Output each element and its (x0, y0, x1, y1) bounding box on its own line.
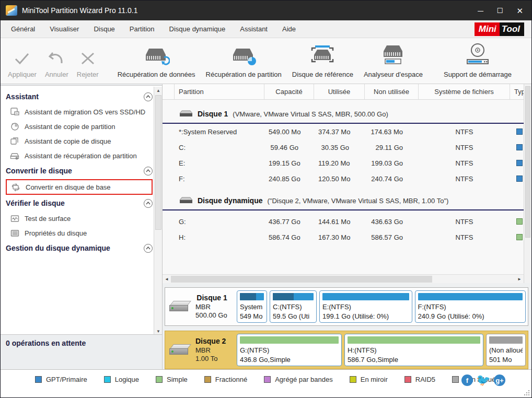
section-wizard[interactable]: Assistant (6, 89, 153, 104)
sidebar-item-copy-disk[interactable]: Assistant de copie de disque (6, 134, 153, 148)
maximize-button[interactable]: ☐ (497, 7, 503, 14)
disk-3d-icon (169, 343, 191, 357)
data-recovery-button[interactable]: Récupération de données (112, 38, 201, 84)
col-partition[interactable]: Partition (175, 84, 264, 99)
twitter-icon[interactable]: 🐦 (478, 374, 489, 386)
x-icon (79, 43, 96, 66)
table-row[interactable]: F: 240.85 Go 120.50 Mo 240.74 Go NTFS Pr (163, 171, 524, 186)
disk-benchmark-button[interactable]: Disque de référence (287, 38, 358, 84)
chevron-up-icon[interactable] (144, 92, 153, 101)
legend-mirrored: En miroir (350, 376, 388, 383)
scroll-left-icon[interactable]: ◄ (163, 277, 171, 282)
type-color-swatch (516, 128, 523, 135)
partition-block-e[interactable]: E:(NTFS) 199.1 Go (Utilisé: 0%) (319, 290, 412, 323)
cd-media-icon (463, 43, 492, 66)
convert-disk-icon (11, 182, 20, 192)
col-used[interactable]: Utilisée (314, 84, 365, 99)
legend-simple: Simple (156, 376, 188, 383)
manual-button[interactable]: ? Manuel (529, 38, 532, 84)
bootable-media-button[interactable]: Support de démarrage (438, 38, 517, 84)
resize-grip[interactable] (524, 390, 530, 396)
menu-help[interactable]: Aide (275, 22, 303, 36)
space-analyzer-button[interactable]: Analyseur d'espace (358, 38, 428, 84)
partition-block-c[interactable]: C:(NTFS) 59.5 Go (Uti (270, 290, 317, 323)
copy-partition-icon (10, 122, 19, 131)
facebook-icon[interactable]: f (461, 374, 473, 386)
menu-wizard[interactable]: Assistant (233, 22, 275, 36)
partition-block-h[interactable]: H:(NTFS) 586.7 Go,Simple (344, 334, 483, 366)
partition-block-g[interactable]: G:(NTFS) 436.8 Go,Simple (237, 334, 342, 366)
menu-partition[interactable]: Partition (122, 22, 162, 36)
discard-button[interactable]: Rejeter (73, 38, 103, 84)
sidebar-scrollbar[interactable]: ▲ ▼ (154, 87, 162, 335)
diskmap-disk1[interactable]: Disque 1 MBR 500.00 Go System Res 549 Mo… (165, 287, 528, 326)
chevron-up-icon[interactable] (144, 244, 153, 253)
table-header: Partition Capacité Utilisée Non utilisée… (163, 84, 524, 100)
status-bar: GPT/Primaire Logique Simple Fractionné A… (1, 369, 531, 397)
table-row[interactable]: *:System Reserved 549.00 Mo 374.37 Mo 17… (163, 124, 524, 139)
minitool-logo: MiniTool (475, 22, 524, 36)
googleplus-icon[interactable]: g+ (494, 374, 505, 386)
sidebar-item-disk-properties[interactable]: Propriétés du disque (6, 226, 153, 240)
legend-gpt-primary: GPT/Primaire (35, 376, 87, 383)
table-row[interactable]: H: 586.74 Go 167.30 Mo 586.57 Go NTFS Si (163, 229, 524, 245)
table-row[interactable]: G: 436.77 Go 144.61 Mo 436.63 Go NTFS Si (163, 214, 524, 229)
diskmap-disk2-selected[interactable]: Disque 2 MBR 1.00 To G:(NTFS) 436.8 Go,S… (165, 331, 528, 369)
scrollbar-thumb[interactable] (155, 95, 161, 230)
chevron-up-icon[interactable] (144, 167, 153, 175)
menu-view[interactable]: Visualiser (42, 22, 86, 36)
menu-disk[interactable]: Disque (86, 22, 122, 36)
menu-general[interactable]: Général (4, 22, 42, 36)
disk-refresh-icon (143, 43, 170, 66)
col-unused[interactable]: Non utilisée (365, 84, 419, 99)
disk1-group-row[interactable]: Disque 1 (VMware, VMware Virtual S SAS, … (163, 105, 524, 124)
surface-test-icon (10, 214, 19, 223)
scroll-up-icon[interactable]: ▲ (154, 87, 163, 95)
sidebar-item-copy-partition[interactable]: Assistant de copie de partition (6, 119, 153, 134)
section-convert-disk[interactable]: Convertir le disque (6, 163, 153, 179)
disk2-group-row[interactable]: Disque dynamique ("Disque 2, VMware, VMw… (163, 192, 524, 210)
vertical-scrollbar[interactable] (524, 84, 531, 283)
table-row[interactable]: E: 199.15 Go 119.20 Mo 199.03 Go NTFS Pr (163, 155, 524, 171)
scroll-down-icon[interactable]: ▼ (154, 327, 163, 335)
sidebar-item-convert-basic-disk[interactable]: Convertir en disque de base (6, 179, 153, 195)
section-dynamic-disk-management[interactable]: Gestion du disque dynamique (6, 240, 153, 256)
partition-block-system-reserved[interactable]: System Res 549 Mo (Util (237, 290, 267, 323)
legend-striped: Agrégé par bandes (264, 376, 333, 383)
section-check-disk[interactable]: Vérifier le disque (6, 195, 153, 211)
properties-list-icon (10, 228, 19, 238)
legend-raid5: RAID5 (404, 376, 435, 383)
scroll-right-icon[interactable]: ► (515, 277, 524, 282)
close-button[interactable]: ✕ (516, 7, 523, 15)
apply-button[interactable]: Appliquer (4, 38, 41, 84)
minimize-button[interactable]: ─ (478, 7, 483, 15)
disk-3d-icon (169, 300, 191, 313)
disk-icon (179, 197, 193, 204)
col-filesystem[interactable]: Système de fichiers (419, 84, 510, 99)
check-icon (13, 43, 31, 66)
table-row[interactable]: C: 59.46 Go 30.35 Go 29.11 Go NTFS Pr (163, 139, 524, 155)
type-color-swatch (516, 144, 523, 150)
partition-block-f[interactable]: F:(NTFS) 240.9 Go (Utilisé: 0%) (415, 290, 526, 323)
legend-swatch (35, 376, 42, 383)
type-color-swatch (516, 160, 523, 166)
legend-logical: Logique (104, 376, 139, 383)
legend-swatch (350, 376, 356, 383)
partition-recovery-button[interactable]: Récupération de partition (201, 38, 287, 84)
sidebar-item-recover-partition[interactable]: Assistant de récupération de partition (6, 148, 153, 163)
legend: GPT/Primaire Logique Simple Fractionné A… (35, 376, 495, 383)
app-icon (6, 5, 17, 16)
undo-button[interactable]: Annuler (41, 38, 73, 84)
scrollbar-thumb[interactable] (525, 86, 530, 238)
chevron-up-icon[interactable] (144, 199, 153, 208)
horizontal-scrollbar[interactable]: ◄ ► (163, 274, 524, 283)
sidebar-item-surface-test[interactable]: Test de surface (6, 211, 153, 226)
app-window: MiniTool Partition Wizard Pro 11.0.1 ─ ☐… (0, 0, 532, 398)
partition-block-unallocated[interactable]: (Non alloué) 501 Mo (486, 334, 526, 366)
sidebar-item-migrate-os[interactable]: Assistant de migration OS vers SSD/HD (6, 104, 153, 119)
migrate-os-icon (10, 107, 19, 116)
menu-dynamic-disk[interactable]: Disque dynamique (162, 22, 233, 36)
scrollbar-thumb[interactable] (171, 276, 432, 283)
legend-swatch (452, 376, 459, 383)
col-capacity[interactable]: Capacité (264, 84, 314, 99)
